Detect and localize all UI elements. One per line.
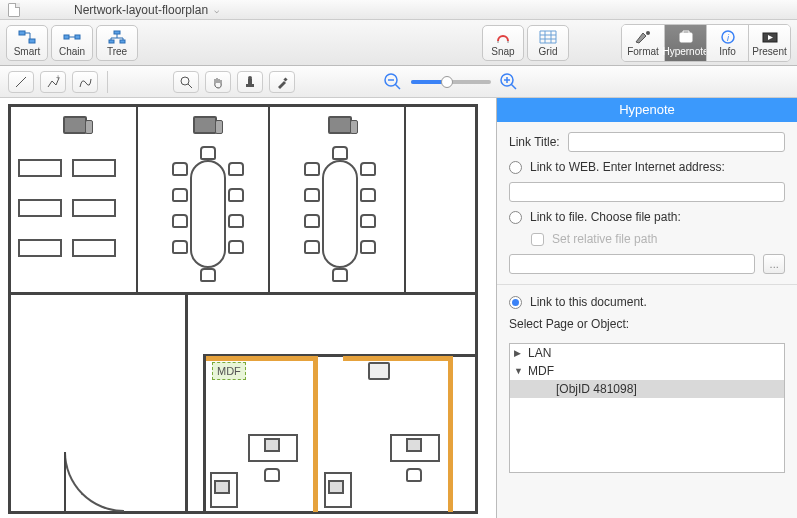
wall	[136, 104, 138, 294]
tree-item-label: MDF	[528, 364, 554, 378]
svg-line-26	[395, 84, 400, 89]
present-label: Present	[752, 46, 786, 57]
chevron-down-icon[interactable]: ⌵	[214, 5, 219, 15]
canvas[interactable]: MDF	[0, 98, 497, 518]
smart-label: Smart	[14, 46, 41, 57]
link-web-row[interactable]: Link to WEB. Enter Internet address:	[509, 160, 785, 174]
wall-highlight	[313, 356, 318, 512]
format-label: Format	[627, 46, 659, 57]
wall-highlight	[206, 356, 316, 361]
hypernote-icon	[677, 29, 695, 45]
link-doc-row[interactable]: Link to this document.	[509, 295, 785, 309]
tree-item-label: LAN	[528, 346, 551, 360]
separator	[107, 71, 108, 93]
wall	[268, 104, 270, 294]
file-path-input[interactable]	[509, 254, 755, 274]
tree-item-mdf[interactable]: MDF	[510, 362, 784, 380]
wall-highlight	[343, 356, 453, 361]
wall	[185, 292, 188, 514]
link-title-row: Link Title:	[509, 132, 785, 152]
chain-label: Chain	[59, 46, 85, 57]
svg-rect-3	[75, 35, 80, 39]
chain-button[interactable]: Chain	[51, 25, 93, 61]
document-title[interactable]: Nertwork-layout-floorplan	[74, 3, 208, 17]
conference-table	[168, 144, 248, 284]
snap-button[interactable]: Snap	[482, 25, 524, 61]
view-group: Snap Grid	[482, 25, 569, 61]
snap-icon	[494, 29, 512, 45]
svg-rect-23	[283, 77, 287, 81]
relative-path-label: Set relative file path	[552, 232, 657, 246]
disclosure-triangle-icon[interactable]	[514, 366, 524, 376]
phone-icon	[328, 116, 352, 134]
wall	[8, 104, 11, 514]
tree-item-lan[interactable]: LAN	[510, 344, 784, 362]
phone-icon	[193, 116, 217, 134]
tree-item-objid[interactable]: [ObjID 481098]	[510, 380, 784, 398]
search-tool-button[interactable]	[173, 71, 199, 93]
polyline-tool-button[interactable]: +	[40, 71, 66, 93]
zoom-in-button[interactable]	[497, 70, 521, 94]
info-label: Info	[719, 46, 736, 57]
disclosure-triangle-icon[interactable]	[514, 348, 524, 358]
svg-rect-0	[19, 31, 25, 35]
svg-rect-6	[109, 40, 114, 43]
computer-icon	[328, 480, 344, 494]
conference-table	[300, 144, 380, 284]
svg-line-16	[16, 77, 26, 87]
page-object-tree[interactable]: LAN MDF [ObjID 481098]	[509, 343, 785, 473]
tree-button[interactable]: Tree	[96, 25, 138, 61]
inspector-header: Hypenote	[497, 98, 797, 122]
tree-item-label: [ObjID 481098]	[556, 382, 637, 396]
eyedropper-tool-button[interactable]	[269, 71, 295, 93]
hypernote-button[interactable]: Hypernote	[664, 25, 706, 61]
web-address-input[interactable]	[509, 182, 785, 202]
select-page-label: Select Page or Object:	[509, 317, 785, 331]
link-web-radio[interactable]	[509, 161, 522, 174]
info-button[interactable]: i Info	[706, 25, 748, 61]
zoom-slider-knob[interactable]	[441, 76, 453, 88]
main-area: MDF Hypenote Link Title:	[0, 98, 797, 518]
stamp-tool-button[interactable]	[237, 71, 263, 93]
grid-label: Grid	[539, 46, 558, 57]
relative-path-checkbox[interactable]	[531, 233, 544, 246]
info-icon: i	[719, 29, 737, 45]
link-file-row[interactable]: Link to file. Choose file path:	[509, 210, 785, 224]
link-doc-radio[interactable]	[509, 296, 522, 309]
svg-text:+: +	[56, 75, 60, 81]
computer-icon	[264, 438, 280, 452]
mdf-label[interactable]: MDF	[212, 362, 246, 380]
present-button[interactable]: Present	[748, 25, 790, 61]
titlebar: Nertwork-layout-floorplan ⌵	[0, 0, 797, 20]
grid-button[interactable]: Grid	[527, 25, 569, 61]
browse-file-button[interactable]: ...	[763, 254, 785, 274]
tree-label: Tree	[107, 46, 127, 57]
format-button[interactable]: Format	[622, 25, 664, 61]
smart-button[interactable]: Smart	[6, 25, 48, 61]
link-doc-label: Link to this document.	[530, 295, 647, 309]
line-tool-button[interactable]	[8, 71, 34, 93]
wall	[475, 104, 478, 514]
inspector-segment: Format Hypernote i Info Present	[621, 24, 791, 62]
zoom-out-button[interactable]	[381, 70, 405, 94]
hand-tool-button[interactable]	[205, 71, 231, 93]
wall-highlight	[448, 356, 453, 512]
bench	[72, 159, 116, 177]
svg-point-22	[248, 76, 252, 80]
hypernote-label: Hypernote	[662, 46, 708, 57]
chair	[406, 468, 422, 482]
inspector-panel: Hypenote Link Title: Link to WEB. Enter …	[497, 98, 797, 518]
wall	[64, 452, 66, 512]
zoom-slider[interactable]	[411, 80, 491, 84]
phone-icon	[63, 116, 87, 134]
wall	[188, 511, 478, 514]
svg-point-10	[646, 31, 650, 35]
curve-tool-button[interactable]	[72, 71, 98, 93]
bench	[18, 239, 62, 257]
bench	[72, 239, 116, 257]
link-title-input[interactable]	[568, 132, 785, 152]
document-icon	[8, 3, 20, 17]
link-file-radio[interactable]	[509, 211, 522, 224]
snap-label: Snap	[491, 46, 514, 57]
computer-icon	[406, 438, 422, 452]
